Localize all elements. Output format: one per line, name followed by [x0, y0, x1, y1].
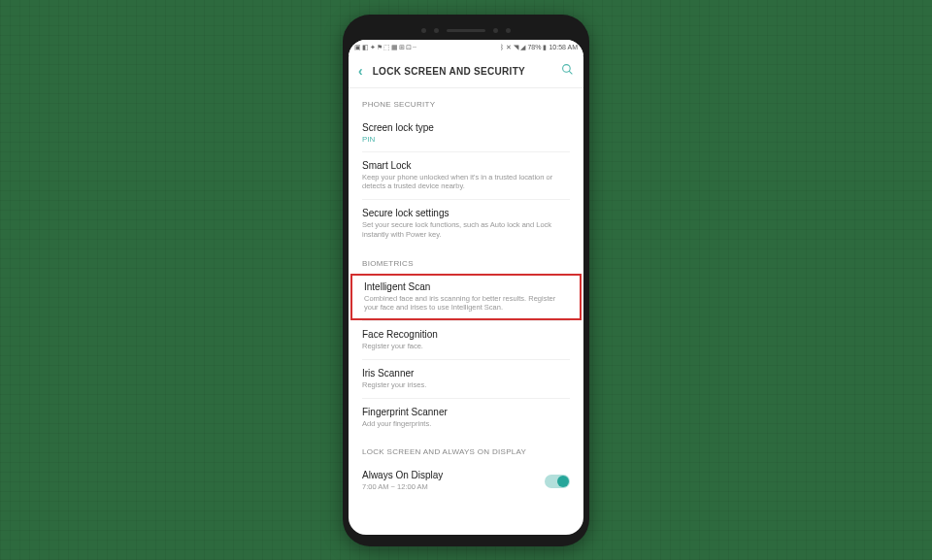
toggle-switch[interactable]: [545, 475, 570, 488]
svg-point-0: [563, 65, 571, 73]
setting-value: PIN: [362, 135, 570, 144]
setting-subtitle: 7:00 AM ~ 12:00 AM: [362, 482, 545, 492]
section-header-biometrics: BIOMETRICS: [349, 247, 583, 274]
back-chevron-icon[interactable]: ‹: [358, 63, 363, 79]
volume-icon: ✕: [506, 44, 512, 51]
setting-screen-lock-type[interactable]: Screen lock type PIN: [349, 115, 583, 151]
setting-subtitle: Keep your phone unlocked when it's in a …: [362, 173, 570, 192]
notification-icon: ▦: [391, 44, 398, 51]
signal-icon: ◢: [520, 44, 525, 51]
notification-icon: ◧: [362, 44, 369, 51]
setting-subtitle: Set your secure lock functions, such as …: [362, 220, 570, 240]
notification-icon: ✦: [370, 44, 376, 51]
phone-top-sensors: [349, 22, 583, 40]
notification-icon: ⊞: [399, 44, 405, 51]
setting-smart-lock[interactable]: Smart Lock Keep your phone unlocked when…: [349, 152, 583, 200]
setting-intelligent-scan[interactable]: Intelligent Scan Combined face and iris …: [350, 274, 582, 321]
phone-frame: ▣ ◧ ✦ ⚑ ⬚ ▦ ⊞ ⊡ ·· ᛒ ✕ ◥ ◢ 78% ▮ 10:58 A…: [343, 15, 589, 546]
notification-icon: ⚑: [377, 44, 383, 51]
notification-icon: ⬚: [383, 44, 390, 51]
setting-subtitle: Register your face.: [362, 342, 570, 351]
battery-icon: ▮: [543, 44, 547, 51]
setting-title: Intelligent Scan: [364, 281, 568, 292]
setting-subtitle: Add your fingerprints.: [362, 419, 570, 429]
status-bar: ▣ ◧ ✦ ⚑ ⬚ ▦ ⊞ ⊡ ·· ᛒ ✕ ◥ ◢ 78% ▮ 10:58 A…: [349, 40, 583, 55]
toggle-knob: [557, 476, 569, 487]
notification-icon: ▣: [354, 44, 361, 51]
setting-title: Fingerprint Scanner: [362, 407, 570, 417]
setting-title: Iris Scanner: [362, 368, 570, 379]
setting-title: Face Recognition: [362, 329, 570, 340]
wifi-icon: ◥: [514, 44, 518, 51]
setting-secure-lock[interactable]: Secure lock settings Set your secure loc…: [349, 200, 583, 247]
section-header-phone-security: PHONE SECURITY: [349, 88, 583, 115]
header-title: LOCK SCREEN AND SECURITY: [373, 66, 551, 77]
setting-fingerprint-scanner[interactable]: Fingerprint Scanner Add your fingerprint…: [349, 399, 583, 437]
setting-subtitle: Combined face and iris scanning for bett…: [364, 294, 568, 313]
svg-line-1: [569, 71, 572, 74]
phone-screen: ▣ ◧ ✦ ⚑ ⬚ ▦ ⊞ ⊡ ·· ᛒ ✕ ◥ ◢ 78% ▮ 10:58 A…: [349, 40, 583, 535]
section-header-lockscreen-aod: LOCK SCREEN AND ALWAYS ON DISPLAY: [349, 436, 583, 462]
status-time: 10:58 AM: [549, 44, 578, 50]
settings-content: PHONE SECURITY Screen lock type PIN Smar…: [349, 88, 583, 535]
setting-subtitle: Register your irises.: [362, 380, 570, 390]
notification-icon: ⊡: [406, 44, 412, 51]
more-icon: ··: [413, 44, 416, 50]
setting-always-on-display[interactable]: Always On Display 7:00 AM ~ 12:00 AM: [349, 462, 583, 500]
status-bar-left: ▣ ◧ ✦ ⚑ ⬚ ▦ ⊞ ⊡ ··: [354, 44, 416, 51]
app-header: ‹ LOCK SCREEN AND SECURITY: [349, 55, 583, 88]
setting-face-recognition[interactable]: Face Recognition Register your face.: [349, 321, 583, 359]
setting-iris-scanner[interactable]: Iris Scanner Register your irises.: [349, 360, 583, 398]
setting-title: Smart Lock: [362, 160, 570, 171]
status-bar-right: ᛒ ✕ ◥ ◢ 78% ▮ 10:58 AM: [500, 44, 578, 51]
setting-title: Always On Display: [362, 470, 545, 480]
search-icon[interactable]: [561, 62, 574, 80]
bluetooth-icon: ᛒ: [500, 44, 504, 50]
setting-title: Screen lock type: [362, 122, 570, 133]
battery-percent: 78%: [527, 44, 541, 50]
setting-title: Secure lock settings: [362, 208, 570, 218]
